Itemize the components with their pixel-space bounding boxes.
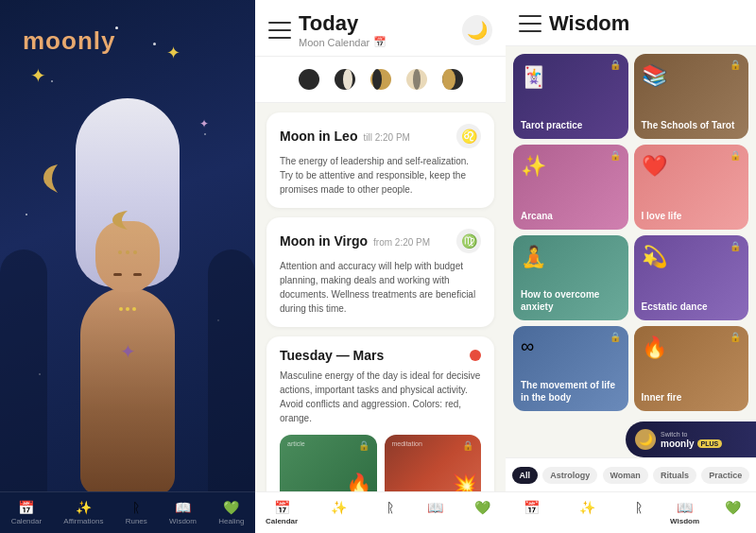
- mid-nav-wisdom[interactable]: 📖 Wisdom: [421, 500, 449, 525]
- card-header: Moon in Leo till 2:20 PM ♌: [280, 124, 481, 148]
- card-title-row: Moon in Virgo from 2:20 PM: [280, 233, 430, 249]
- mid-nav-affirmations[interactable]: ✨ Affirmations: [318, 500, 358, 525]
- filter-woman[interactable]: Woman: [603, 467, 648, 484]
- right-nav-affirmations[interactable]: ✨ Affirmations: [567, 500, 607, 525]
- moon-phase-5: [439, 66, 466, 93]
- leo-body: The energy of leadership and self-realiz…: [280, 154, 481, 197]
- virgo-body: Attention and accuracy will help with bu…: [280, 259, 481, 316]
- right-panel: Wisdom 🔒 🃏 Tarot practice 🔒 📚 The School…: [506, 0, 756, 533]
- sparkle-decoration: ✦: [166, 43, 180, 63]
- card-title-row: Moon in Leo till 2:20 PM: [280, 129, 410, 144]
- lock-icon: 🔒: [730, 150, 741, 161]
- inner-fire-card[interactable]: 🔒 🔥 Inner fire: [634, 326, 749, 411]
- hamburger-line: [268, 22, 291, 24]
- mid-nav-affirmations-label: Affirmations: [318, 517, 358, 525]
- ecstatic-card[interactable]: 🔒 💫 Ecstatic dance: [634, 235, 749, 320]
- calendar-icon: 📅: [18, 500, 34, 515]
- hamburger-line: [519, 15, 541, 17]
- hamburger-line: [519, 23, 541, 25]
- inner-fire-label: Inner fire: [642, 391, 742, 404]
- movement-card[interactable]: 🔒 ∞ The movement of life in the body: [513, 326, 628, 411]
- tuesday-mars-card[interactable]: Tuesday — Mars Masculine energy of the d…: [266, 336, 494, 491]
- middle-header-text: Today Moon Calendar 📅: [299, 11, 455, 48]
- runes-icon: ᚱ: [635, 500, 643, 515]
- articles-row: article 🔒 Energy filling 🔥 meditation 🔒 …: [280, 435, 481, 491]
- tuesday-header: Tuesday — Mars: [280, 348, 481, 363]
- middle-header: Today Moon Calendar 📅 🌙: [255, 0, 506, 57]
- app-logo: moonly: [23, 26, 115, 56]
- right-nav-calendar[interactable]: 📅 Calendar: [516, 500, 546, 525]
- fire-icon: 🔥: [346, 473, 371, 491]
- moon-phase-1: [296, 66, 322, 93]
- filter-rituals[interactable]: Rituals: [653, 467, 696, 484]
- tuesday-title: Tuesday — Mars: [280, 348, 384, 363]
- nav-runes[interactable]: ᚱ Runes: [126, 500, 147, 525]
- moon-leo-card[interactable]: Moon in Leo till 2:20 PM ♌ The energy of…: [266, 112, 494, 208]
- filter-practice[interactable]: Practice: [701, 467, 749, 484]
- logo-text: moonly: [23, 26, 115, 56]
- moon-virgo-card[interactable]: Moon in Virgo from 2:20 PM ♍ Attention a…: [266, 217, 494, 327]
- svg-point-4: [372, 69, 382, 90]
- left-panel: ✦ ✦ ✦ moonly: [0, 0, 255, 533]
- movement-label: The movement of life in the body: [521, 379, 621, 404]
- lock-icon: 🔒: [610, 332, 621, 342]
- energy-filling-card[interactable]: article 🔒 Energy filling 🔥: [280, 435, 377, 491]
- moonly-plus-banner[interactable]: 🌙 Switch to moonly PLUS: [626, 421, 756, 457]
- right-nav-runes[interactable]: ᚱ Runes: [627, 500, 649, 525]
- tarot-practice-card[interactable]: 🔒 🃏 Tarot practice: [513, 54, 628, 139]
- calendar-icon: 📅: [524, 500, 540, 515]
- plus-badge: PLUS: [697, 439, 723, 448]
- svg-point-6: [413, 69, 421, 90]
- affirmations-nav-icon: ✨: [331, 500, 347, 515]
- lock-icon: 🔒: [730, 241, 741, 251]
- arcana-icon: ✨: [521, 154, 546, 179]
- mid-nav-calendar[interactable]: 📅 Calendar: [266, 500, 298, 525]
- right-bottom-nav: 📅 Calendar ✨ Affirmations ᚱ Runes 📖 Wisd…: [506, 491, 756, 533]
- nav-calendar[interactable]: 📅 Calendar: [11, 500, 42, 525]
- right-hamburger-button[interactable]: [519, 15, 541, 32]
- love-icon: ❤️: [642, 154, 667, 179]
- right-nav-healing[interactable]: 💚 Healing: [720, 500, 746, 525]
- switch-to-label: Switch to: [661, 431, 722, 438]
- schools-tarot-label: The Schools of Tarot: [642, 119, 742, 131]
- middle-panel: Today Moon Calendar 📅 🌙: [255, 0, 506, 533]
- right-nav-healing-label: Healing: [720, 517, 746, 525]
- mid-nav-calendar-label: Calendar: [266, 517, 298, 525]
- arcana-card[interactable]: 🔒 ✨ Arcana: [513, 145, 628, 230]
- anxiety-card[interactable]: 🧘 How to overcome anxiety: [513, 235, 628, 320]
- filter-astrology[interactable]: Astrology: [542, 467, 597, 484]
- fury-card[interactable]: meditation 🔒 Fury 💥: [385, 435, 482, 491]
- mid-nav-healing-label: Healing: [470, 517, 495, 525]
- right-title: Wisdom: [549, 11, 629, 36]
- hamburger-button[interactable]: [268, 22, 291, 39]
- nav-healing-label: Healing: [218, 517, 244, 525]
- nav-wisdom[interactable]: 📖 Wisdom: [169, 500, 197, 525]
- middle-title: Today: [299, 11, 455, 36]
- article-label: article: [287, 440, 305, 447]
- schools-tarot-card[interactable]: 🔒 📚 The Schools of Tarot: [634, 54, 749, 139]
- moon-phase-2: [332, 66, 358, 93]
- mid-nav-runes[interactable]: ᚱ Runes: [379, 500, 401, 525]
- lock-icon: 🔒: [610, 150, 621, 161]
- ecstatic-label: Ecstatic dance: [642, 301, 742, 313]
- filter-all[interactable]: All: [512, 467, 539, 484]
- moon-phase-icon: 🌙: [462, 15, 492, 45]
- nav-healing[interactable]: 💚 Healing: [218, 500, 244, 525]
- moonly-moon-icon: 🌙: [635, 429, 656, 450]
- plus-banner-text: Switch to moonly PLUS: [661, 431, 722, 449]
- nav-affirmations[interactable]: ✨ Affirmations: [63, 500, 103, 525]
- right-filter-row: All Astrology Woman Rituals Practice: [506, 457, 756, 491]
- lock-icon: 🔒: [730, 332, 741, 342]
- mid-nav-healing[interactable]: 💚 Healing: [470, 500, 495, 525]
- lock-icon: 🔒: [730, 60, 741, 70]
- affirmations-icon: ✨: [579, 500, 595, 515]
- wisdom-icon: 📖: [175, 500, 191, 515]
- svg-point-8: [442, 69, 455, 90]
- lock-icon: 🔒: [358, 440, 369, 451]
- right-nav-wisdom[interactable]: 📖 Wisdom: [670, 500, 699, 525]
- healing-nav-icon: 💚: [474, 500, 490, 515]
- love-life-card[interactable]: 🔒 ❤️ I love life: [634, 145, 749, 230]
- card-header: Moon in Virgo from 2:20 PM ♍: [280, 229, 481, 253]
- tarot-practice-label: Tarot practice: [521, 119, 621, 131]
- movement-icon: ∞: [521, 335, 534, 357]
